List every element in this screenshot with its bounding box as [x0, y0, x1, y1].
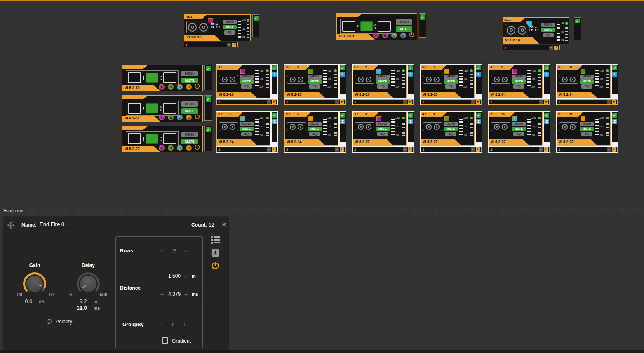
- amp-panel-widget[interactable]: ! MENU MUTE VI 1.2-13 A B C D: [336, 13, 417, 40]
- mute-button[interactable]: MUTE: [580, 127, 594, 131]
- channel-color-indicator[interactable]: [444, 116, 449, 121]
- channel-color-indicator[interactable]: [376, 69, 381, 74]
- decrement-button[interactable]: −: [267, 100, 271, 104]
- eq-button[interactable]: EQ: [377, 84, 388, 89]
- channel-card[interactable]: B.1 3 MENU MUTE EQ +10-30-60: [284, 64, 346, 105]
- sum-button[interactable]: Σ: [476, 119, 481, 124]
- distance-m-increment[interactable]: +: [183, 272, 189, 279]
- channel-color-indicator[interactable]: [512, 116, 517, 121]
- eq-button[interactable]: EQ: [513, 132, 524, 136]
- check-button[interactable]: ✓: [254, 16, 259, 21]
- increment-button[interactable]: +: [232, 43, 236, 47]
- decrement-button[interactable]: −: [335, 100, 339, 104]
- sum-button[interactable]: Σ: [612, 72, 617, 77]
- check-button[interactable]: ✓: [206, 127, 211, 132]
- gradient-checkbox[interactable]: [162, 337, 168, 344]
- decrement-button[interactable]: −: [607, 100, 611, 104]
- decrement-button[interactable]: −: [403, 100, 407, 104]
- sum-button[interactable]: Σ: [612, 119, 617, 124]
- eq-button[interactable]: EQ: [224, 30, 235, 35]
- power-icon[interactable]: [194, 144, 200, 150]
- check-button[interactable]: ✓: [272, 65, 277, 70]
- menu-button[interactable]: MENU: [444, 75, 458, 79]
- channel-card[interactable]: C.1 10 MENU MUTE EQ +10-30-60: [488, 111, 550, 153]
- eq-button[interactable]: EQ: [377, 132, 388, 136]
- channel-color-indicator[interactable]: [240, 69, 245, 74]
- channel-card[interactable]: C.1 2 MENU MUTE EQ +10-30-60: [216, 111, 278, 153]
- check-button[interactable]: ✓: [476, 65, 481, 70]
- decrement-button[interactable]: −: [539, 100, 543, 104]
- decrement-button[interactable]: −: [539, 147, 543, 152]
- mute-button[interactable]: MUTE: [396, 26, 412, 32]
- mute-button[interactable]: MUTE: [376, 79, 390, 84]
- distance-m-decrement[interactable]: −: [159, 272, 165, 279]
- channel-color-indicator[interactable]: [581, 116, 585, 121]
- channel-c-button[interactable]: C: [177, 84, 183, 90]
- channel-color-indicator[interactable]: [376, 116, 381, 121]
- channel-c-button[interactable]: C: [391, 33, 397, 38]
- channel-a-button[interactable]: A: [373, 33, 379, 38]
- eq-button[interactable]: EQ: [309, 84, 320, 89]
- check-button[interactable]: ✓: [575, 19, 580, 23]
- increment-button[interactable]: +: [408, 147, 412, 152]
- sum-button[interactable]: Σ: [408, 72, 413, 77]
- power-icon[interactable]: [211, 261, 220, 270]
- eq-button[interactable]: EQ: [241, 84, 252, 89]
- gain-knob[interactable]: [23, 272, 46, 295]
- check-button[interactable]: ✓: [272, 113, 277, 118]
- channel-card[interactable]: D.1 4 MENU MUTE EQ +10-30-60: [284, 111, 346, 153]
- check-button[interactable]: ✓: [340, 65, 345, 70]
- decrement-button[interactable]: −: [335, 147, 339, 152]
- check-button[interactable]: ✓: [420, 14, 425, 20]
- eq-button[interactable]: EQ: [543, 33, 554, 37]
- distance-ms-increment[interactable]: +: [183, 290, 189, 297]
- increment-button[interactable]: +: [612, 100, 616, 104]
- check-button[interactable]: ✓: [206, 96, 211, 102]
- menu-button[interactable]: MENU: [541, 23, 555, 27]
- mute-button[interactable]: MUTE: [541, 28, 555, 32]
- channel-color-indicator[interactable]: [308, 116, 313, 121]
- eq-button[interactable]: EQ: [581, 84, 592, 89]
- menu-button[interactable]: MENU: [308, 75, 322, 79]
- menu-button[interactable]: MENU: [240, 75, 254, 79]
- mute-button[interactable]: MUTE: [240, 127, 254, 131]
- channel-b-button[interactable]: B: [168, 84, 174, 90]
- increment-button[interactable]: +: [272, 100, 276, 104]
- channel-c-button[interactable]: C: [177, 115, 183, 120]
- check-button[interactable]: ✓: [544, 65, 549, 70]
- menu-button[interactable]: MENU: [308, 122, 322, 126]
- function-name-input[interactable]: End Fire 0: [40, 221, 81, 229]
- menu-button[interactable]: MENU: [376, 122, 390, 126]
- decrement-button[interactable]: −: [403, 147, 407, 152]
- increment-button[interactable]: +: [476, 100, 480, 104]
- channel-a-button[interactable]: A: [159, 145, 165, 151]
- groupby-decrement[interactable]: −: [157, 321, 164, 328]
- mute-button[interactable]: MUTE: [512, 79, 526, 84]
- eq-button[interactable]: EQ: [445, 132, 456, 136]
- amp-panel-widget[interactable]: ! MENU MUTE VI 6.2-07 A B C D: [122, 126, 203, 152]
- check-button[interactable]: ✓: [340, 113, 345, 118]
- increment-button[interactable]: +: [554, 46, 558, 50]
- menu-button[interactable]: MENU: [512, 122, 526, 126]
- mute-button[interactable]: MUTE: [181, 139, 198, 144]
- channel-color-indicator[interactable]: [240, 116, 245, 121]
- increment-button[interactable]: +: [544, 147, 548, 152]
- decrement-button[interactable]: −: [267, 147, 271, 152]
- amp-widget-cd1[interactable]: CD.1 HF: 1 LF: 2.1 MENU MUTE EQ +10-30-6…: [503, 17, 569, 50]
- menu-button[interactable]: MENU: [181, 71, 198, 76]
- channel-b-button[interactable]: B: [382, 33, 388, 38]
- eq-button[interactable]: EQ: [513, 84, 524, 89]
- channel-color-indicator[interactable]: [581, 69, 585, 74]
- mute-button[interactable]: MUTE: [444, 79, 458, 84]
- increment-button[interactable]: +: [544, 100, 548, 104]
- mute-button[interactable]: MUTE: [512, 127, 526, 131]
- menu-button[interactable]: MENU: [512, 75, 526, 79]
- channel-color-indicator[interactable]: [444, 69, 449, 74]
- channel-card[interactable]: D.1 7 MENU MUTE EQ +10-30-60: [420, 64, 482, 105]
- mute-button[interactable]: MUTE: [376, 127, 390, 131]
- sum-button[interactable]: Σ: [476, 72, 481, 77]
- close-icon[interactable]: ×: [222, 220, 226, 229]
- sum-button[interactable]: Σ: [544, 119, 549, 124]
- channel-card[interactable]: C.1 5 MENU MUTE EQ +10-30-60: [352, 64, 414, 105]
- check-button[interactable]: ✓: [612, 65, 617, 70]
